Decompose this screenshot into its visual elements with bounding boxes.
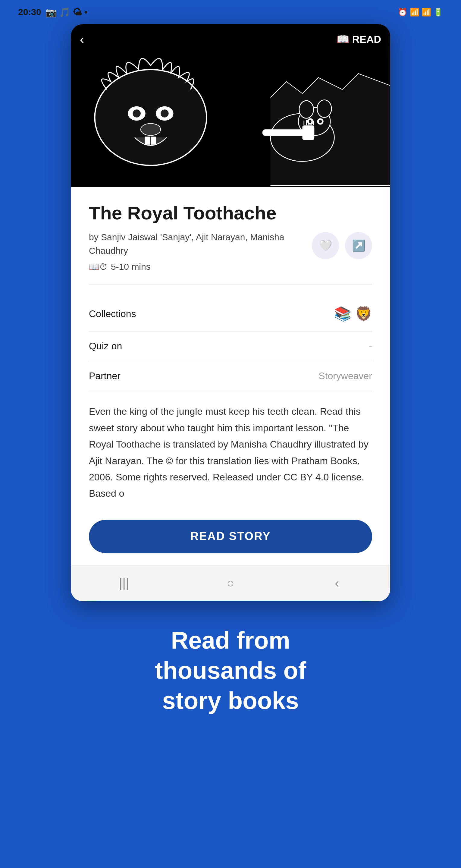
favorite-button[interactable]: 🤍 xyxy=(312,232,339,259)
read-story-button[interactable]: READ STORY xyxy=(89,520,372,553)
nav-home-button[interactable]: ○ xyxy=(215,568,246,598)
book-time: 📖⏱ 5-10 mins xyxy=(89,261,312,272)
divider-1 xyxy=(89,284,372,284)
quiz-label: Quiz on xyxy=(89,341,122,352)
read-top-label: READ xyxy=(352,33,381,45)
status-time: 20:30 xyxy=(18,7,41,17)
book-meta-left: by Sanjiv Jaiswal 'Sanjay', Ajit Narayan… xyxy=(89,230,312,272)
partner-row: Partner Storyweaver xyxy=(89,361,372,391)
svg-rect-7 xyxy=(145,136,150,145)
phone-frame: ‹ 📖 READ xyxy=(71,24,390,601)
share-button[interactable]: ↗️ xyxy=(345,232,372,259)
read-top-button[interactable]: 📖 READ xyxy=(337,33,381,45)
svg-rect-8 xyxy=(151,136,156,145)
promo-line3: story books xyxy=(155,686,306,716)
status-icons-left: 📷 🎵 🌤 • xyxy=(45,7,88,18)
nav-menu-button[interactable]: ||| xyxy=(109,568,139,598)
svg-point-5 xyxy=(161,110,169,118)
svg-point-6 xyxy=(141,124,161,135)
promo-line2: thousands of xyxy=(155,655,306,686)
collection-emoji-2: 🦁 xyxy=(355,306,372,322)
partner-label: Partner xyxy=(89,370,121,381)
nav-bar: ||| ○ ‹ xyxy=(71,565,390,601)
book-meta-row: by Sanjiv Jaiswal 'Sanjay', Ajit Narayan… xyxy=(89,230,372,272)
collection-emoji-1: 📚 xyxy=(334,306,351,322)
action-buttons: 🤍 ↗️ xyxy=(312,232,372,259)
book-time-value: 5-10 mins xyxy=(111,261,151,272)
home-icon: ○ xyxy=(226,576,234,590)
book-icon: 📖 xyxy=(337,33,349,45)
time-icon: 📖⏱ xyxy=(89,262,108,272)
book-title: The Royal Toothache xyxy=(89,202,372,224)
svg-point-16 xyxy=(319,120,322,123)
nav-back-button[interactable]: ‹ xyxy=(322,568,352,598)
collections-row: Collections 📚 🦁 xyxy=(89,297,372,332)
content-area: The Royal Toothache by Sanjiv Jaiswal 'S… xyxy=(71,187,390,297)
back-icon: ‹ xyxy=(335,576,339,590)
bottom-promo: Read from thousands of story books xyxy=(137,601,324,734)
collections-value: 📚 🦁 xyxy=(334,306,372,322)
menu-icon: ||| xyxy=(119,576,129,590)
svg-point-1 xyxy=(95,70,207,165)
status-icons-right: ⏰ 📶 📶 🔋 xyxy=(398,7,443,17)
promo-line1: Read from xyxy=(155,625,306,655)
partner-value: Storyweaver xyxy=(318,370,372,381)
svg-point-4 xyxy=(132,110,141,118)
book-cover: ‹ 📖 READ xyxy=(71,24,390,187)
back-button[interactable]: ‹ xyxy=(80,33,84,46)
status-bar: 20:30 📷 🎵 🌤 • ⏰ 📶 📶 🔋 xyxy=(0,0,461,24)
description-text: Even the king of the jungle must keep hi… xyxy=(89,403,372,501)
quiz-value: - xyxy=(369,341,372,352)
svg-point-12 xyxy=(317,100,332,117)
book-author: by Sanjiv Jaiswal 'Sanjay', Ajit Narayan… xyxy=(89,230,312,257)
info-section: Collections 📚 🦁 Quiz on - Partner Storyw… xyxy=(71,297,390,391)
svg-rect-18 xyxy=(303,125,314,140)
cover-illustration xyxy=(71,24,390,187)
svg-point-11 xyxy=(299,101,314,118)
quiz-row: Quiz on - xyxy=(89,332,372,361)
collections-label: Collections xyxy=(89,308,136,319)
description-section: Even the king of the jungle must keep hi… xyxy=(71,391,390,514)
